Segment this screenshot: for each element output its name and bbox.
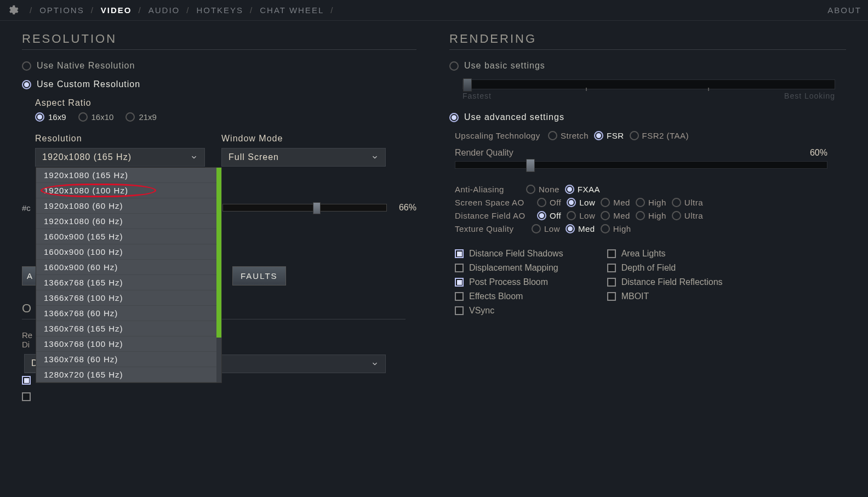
chevron-down-icon [371,153,379,161]
aa-label: Anti-Aliasing [455,185,521,194]
obscured-checkbox[interactable] [22,392,31,401]
dfao-label: Distance Field AO [455,211,532,220]
obscured-slider-label: #c [22,203,31,213]
slider-max-label: Best Looking [784,92,835,100]
label-native-resolution: Use Native Resolution [37,61,135,71]
window-mode-dropdown[interactable]: Full Screen [221,148,386,167]
basic-quality-slider[interactable] [462,79,835,89]
reset-defaults-button[interactable]: FAULTS [232,266,286,285]
resolution-label: Resolution [35,134,205,144]
rendering-title: RENDERING [449,32,846,50]
check-effects-bloom[interactable] [455,292,464,301]
resolution-option[interactable]: 1600x900 (165 Hz) [36,229,216,244]
label-advanced-settings: Use advanced settings [464,112,564,122]
aspect-ratio-label: Aspect Ratio [35,98,416,108]
chevron-down-icon [371,360,379,368]
ssao-high[interactable] [636,198,645,207]
gear-icon[interactable] [7,4,19,16]
ssao-med[interactable] [601,198,610,207]
label-custom-resolution: Use Custom Resolution [37,79,140,89]
dfao-high[interactable] [636,211,645,220]
resolution-option[interactable]: 1360x768 (165 Hz) [36,321,216,336]
tab-audio[interactable]: AUDIO [149,5,180,15]
check-mboit[interactable] [607,292,616,301]
resolution-option[interactable]: 1600x900 (60 Hz) [36,260,216,275]
radio-basic-settings[interactable] [449,61,459,71]
upscale-fsr2[interactable] [630,131,639,140]
upscale-fsr[interactable] [594,131,603,140]
texture-label: Texture Quality [455,224,526,233]
window-mode-selected: Full Screen [229,152,279,162]
render-quality-label: Render Quality [455,148,513,158]
resolution-option[interactable]: 1280x720 (165 Hz) [36,367,216,382]
dfao-med[interactable] [601,211,610,220]
radio-native-resolution[interactable] [22,61,31,71]
aspect-16x10[interactable] [78,112,88,122]
check-area-lights[interactable] [607,249,616,258]
tex-low[interactable] [532,224,541,233]
check-post-process-bloom[interactable] [455,278,464,287]
dfao-ultra[interactable] [672,211,681,220]
resolution-option[interactable]: 1366x768 (100 Hz) [36,290,216,306]
resolution-dropdown[interactable]: 1920x1080 (165 Hz) 1920x1080 (165 Hz) 19… [35,148,205,167]
resolution-option[interactable]: 1920x1080 (100 Hz) [36,183,216,198]
tab-separator: / [30,5,33,15]
tab-options[interactable]: OPTIONS [39,5,84,15]
chevron-down-icon [190,153,198,161]
brightness-slider[interactable] [222,204,387,212]
brightness-value: 66% [395,203,416,213]
ssao-ultra[interactable] [672,198,681,207]
tab-hotkeys[interactable]: HOTKEYS [196,5,243,15]
aa-none[interactable] [526,185,535,194]
resolution-option[interactable]: 1920x1080 (60 Hz) [36,214,216,229]
resolution-option[interactable]: 1366x768 (165 Hz) [36,275,216,290]
upscaling-label: Upscaling Technology [455,131,542,140]
tab-chatwheel[interactable]: CHAT WHEEL [260,5,324,15]
resolution-option[interactable]: 1360x768 (60 Hz) [36,352,216,367]
check-displacement-mapping[interactable] [455,264,464,272]
window-mode-label: Window Mode [221,134,386,144]
radio-custom-resolution[interactable] [22,80,31,89]
tab-video[interactable]: VIDEO [101,5,132,15]
resolution-title: RESOLUTION [22,32,416,50]
ssao-off[interactable] [537,198,546,207]
label-basic-settings: Use basic settings [464,61,545,71]
aspect-21x9[interactable] [125,112,135,122]
render-quality-slider[interactable] [455,161,827,169]
tab-about[interactable]: ABOUT [827,5,861,15]
tex-med[interactable] [566,224,575,233]
resolution-option[interactable]: 1920x1080 (165 Hz) [36,168,216,183]
slider-min-label: Fastest [462,92,492,100]
obscured-checkbox[interactable] [22,376,31,385]
dfao-off[interactable] [537,211,546,220]
render-quality-value: 60% [806,148,827,158]
check-distance-field-shadows[interactable] [455,249,464,258]
dropdown-scrollbar[interactable] [216,168,221,382]
resolution-dropdown-list: 1920x1080 (165 Hz) 1920x1080 (100 Hz) 19… [36,167,222,383]
tex-high[interactable] [601,224,610,233]
check-vsync[interactable] [455,306,464,315]
radio-advanced-settings[interactable] [449,113,459,122]
ssao-label: Screen Space AO [455,198,532,207]
resolution-option[interactable]: 1600x900 (100 Hz) [36,244,216,260]
resolution-option[interactable]: 1360x768 (100 Hz) [36,336,216,352]
resolution-selected: 1920x1080 (165 Hz) [42,152,132,162]
check-depth-of-field[interactable] [607,264,616,272]
resolution-option[interactable]: 1920x1080 (60 Hz) [36,198,216,214]
ssao-low[interactable] [567,198,576,207]
dfao-low[interactable] [567,211,576,220]
upscale-stretch[interactable] [548,131,557,140]
resolution-option[interactable]: 1366x768 (60 Hz) [36,306,216,321]
aspect-16x9[interactable] [35,112,44,122]
aa-fxaa[interactable] [565,185,574,194]
check-distance-field-reflections[interactable] [607,278,616,287]
